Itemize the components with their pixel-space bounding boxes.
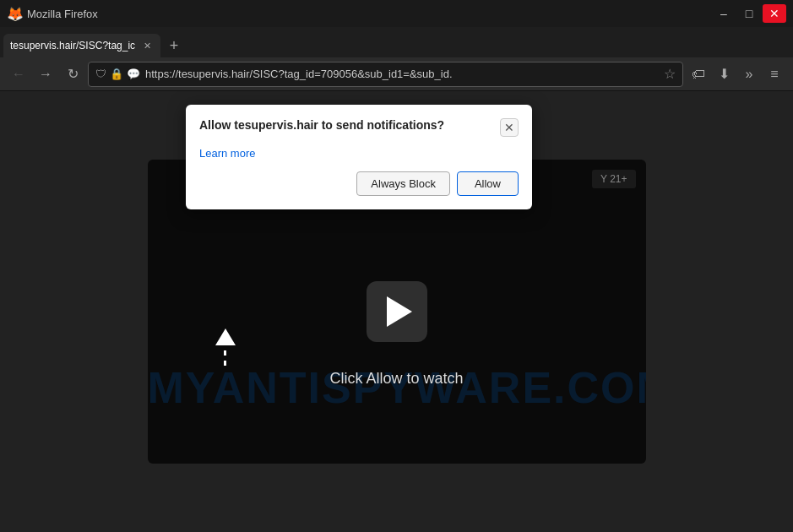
more-tools-button[interactable]: »: [737, 62, 761, 86]
address-icons: 🛡 🔒 💬: [95, 68, 140, 80]
always-block-button[interactable]: Always Block: [356, 171, 450, 196]
shield-icon: 🛡: [95, 68, 106, 80]
back-button[interactable]: ←: [7, 62, 30, 86]
window-controls: – □ ✕: [712, 4, 786, 23]
dialog-title: Allow tesupervis.hair to send notificati…: [199, 118, 500, 132]
url-text: https://tesupervis.hair/SISC?tag_id=7090…: [145, 68, 659, 80]
toolbar-right: 🏷 ⬇ » ≡: [687, 62, 786, 86]
tab-close-button[interactable]: ✕: [140, 39, 154, 52]
maximize-button[interactable]: □: [737, 4, 761, 23]
dialog-close-button[interactable]: ✕: [500, 118, 519, 137]
window-title: Mozilla Firefox: [27, 8, 98, 20]
title-bar: 🦊 Mozilla Firefox – □ ✕: [0, 0, 793, 27]
close-window-button[interactable]: ✕: [763, 4, 786, 23]
notification-dialog: Allow tesupervis.hair to send notificati…: [186, 105, 532, 209]
dialog-header: Allow tesupervis.hair to send notificati…: [199, 118, 519, 137]
bookmark-star-icon[interactable]: ☆: [664, 66, 676, 82]
menu-button[interactable]: ≡: [763, 62, 786, 86]
dialog-buttons: Always Block Allow: [199, 171, 519, 196]
downloads-button[interactable]: ⬇: [712, 62, 736, 86]
notification-icon: 💬: [127, 68, 140, 80]
lock-icon: 🔒: [110, 68, 123, 80]
forward-button[interactable]: →: [34, 62, 57, 86]
address-bar[interactable]: 🛡 🔒 💬 https://tesupervis.hair/SISC?tag_i…: [88, 62, 683, 87]
page-content: Y 21+ MYANTISPYWARE.COM Click Allow to w…: [0, 91, 793, 532]
active-tab[interactable]: tesupervis.hair/SISC?tag_ic ✕: [3, 34, 160, 57]
title-bar-left: 🦊 Mozilla Firefox: [7, 6, 98, 21]
learn-more-link[interactable]: Learn more: [199, 147, 255, 160]
firefox-logo-icon: 🦊: [7, 6, 22, 21]
minimize-button[interactable]: –: [712, 4, 736, 23]
toolbar: ← → ↻ 🛡 🔒 💬 https://tesupervis.hair/SISC…: [0, 57, 793, 91]
tab-title: tesupervis.hair/SISC?tag_ic: [10, 40, 135, 52]
allow-button[interactable]: Allow: [457, 171, 519, 196]
dialog-overlay: Allow tesupervis.hair to send notificati…: [0, 91, 793, 532]
reload-button[interactable]: ↻: [61, 62, 84, 86]
url-display: https://tesupervis.hair/SISC?tag_id=7090…: [145, 68, 453, 80]
pocket-button[interactable]: 🏷: [687, 62, 710, 86]
tab-bar: tesupervis.hair/SISC?tag_ic ✕ +: [0, 27, 793, 57]
new-tab-button[interactable]: +: [162, 34, 186, 57]
